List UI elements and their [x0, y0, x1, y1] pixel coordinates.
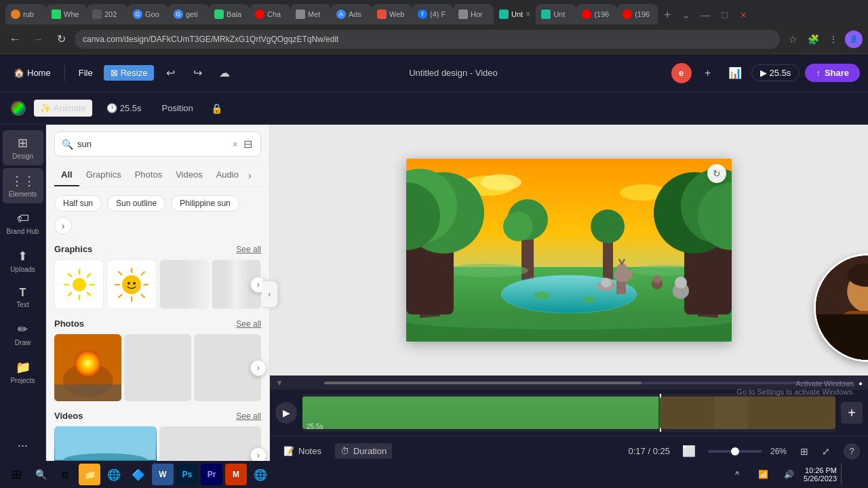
timer-secondary-button[interactable]: 🕐 25.5s: [100, 100, 148, 117]
help-button[interactable]: ?: [844, 443, 860, 460]
sidebar-item-draw[interactable]: ✏ Draw: [3, 317, 43, 352]
sidebar-item-projects[interactable]: 📁 Projects: [3, 354, 43, 390]
timeline-collapse-button[interactable]: ▼: [275, 378, 283, 388]
graphics-see-all-button[interactable]: See all: [236, 245, 261, 254]
search-taskbar-button[interactable]: 🔍: [30, 464, 52, 485]
add-clip-button[interactable]: +: [841, 402, 863, 424]
notification-area[interactable]: ^: [726, 464, 748, 485]
canvas-refresh-button[interactable]: ↻: [707, 164, 726, 183]
redo-button[interactable]: ↪: [186, 62, 208, 84]
tab-more-button[interactable]: ›: [245, 164, 254, 186]
panel-collapse-button[interactable]: ‹: [262, 281, 278, 308]
show-desktop-button[interactable]: [841, 464, 863, 485]
videos-see-all-button[interactable]: See all: [236, 411, 261, 421]
undo-button[interactable]: ↩: [159, 62, 181, 84]
tab-rub[interactable]: rub: [5, 4, 46, 24]
photo-item-sun[interactable]: [54, 334, 121, 401]
search-input[interactable]: [77, 139, 229, 149]
tab-all[interactable]: All: [54, 164, 79, 186]
timeline-scroll-track[interactable]: [324, 382, 853, 384]
duration-button[interactable]: ⏱ Duration: [335, 443, 392, 459]
chip-sun-outline[interactable]: Sun outline: [107, 195, 165, 211]
volume-icon[interactable]: 🔊: [778, 464, 800, 485]
tab-whe[interactable]: Whe: [46, 4, 87, 24]
sidebar-item-elements[interactable]: ⋮⋮ Elements: [3, 168, 43, 203]
photoshop-taskbar-button[interactable]: Ps: [176, 464, 198, 485]
sidebar-item-design[interactable]: ⊞ Design: [3, 130, 43, 165]
animate-button[interactable]: ✨ Animate: [34, 100, 92, 117]
lock-button[interactable]: 🔒: [208, 99, 226, 118]
video-item-placeholder[interactable]: [159, 426, 262, 464]
tab-ads[interactable]: A Ads: [331, 4, 372, 24]
search-clear-button[interactable]: ×: [233, 139, 238, 150]
user-profile-button[interactable]: e: [671, 63, 692, 83]
timer-button[interactable]: ▶ 25.5s: [751, 64, 800, 81]
tab-graphics[interactable]: Graphics: [79, 164, 128, 186]
network-icon[interactable]: 📶: [752, 464, 774, 485]
tab-overflow-button[interactable]: ⌄: [677, 5, 696, 24]
tab-cha[interactable]: Cha: [250, 4, 290, 24]
tab-unt2[interactable]: Unt: [536, 4, 576, 24]
sidebar-item-brand-hub[interactable]: 🏷 Brand Hub: [3, 206, 43, 241]
tab-web[interactable]: Web: [372, 4, 412, 24]
search-filter-button[interactable]: ⊟: [242, 136, 254, 152]
tab-audio[interactable]: Audio: [210, 164, 245, 186]
position-button[interactable]: Position: [156, 100, 199, 117]
save-cloud-button[interactable]: ☁: [214, 62, 235, 84]
zoom-slider[interactable]: [708, 450, 762, 453]
photos-grid-next-button[interactable]: ›: [250, 360, 267, 376]
canvas-frame[interactable]: ↻: [406, 159, 732, 342]
tab-hor[interactable]: Hor: [453, 4, 494, 24]
tab-196a[interactable]: (196: [576, 4, 617, 24]
sidebar-item-uploads[interactable]: ⬆ Uploads: [3, 243, 43, 279]
tab-196b[interactable]: (196: [617, 4, 658, 24]
resize-button[interactable]: ⊠ Resize: [104, 65, 155, 81]
maximize-button[interactable]: □: [715, 5, 734, 24]
file-explorer-button[interactable]: 📁: [79, 464, 100, 485]
chip-half-sun[interactable]: Half sun: [54, 195, 102, 211]
add-button[interactable]: +: [697, 62, 719, 84]
tab-bala[interactable]: Bala: [209, 4, 250, 24]
file-button[interactable]: File: [73, 65, 98, 81]
task-view-button[interactable]: ⧉: [54, 464, 76, 485]
reload-button[interactable]: ↻: [52, 30, 71, 49]
minimize-button[interactable]: —: [696, 5, 715, 24]
tab-goo[interactable]: G Goo: [127, 4, 168, 24]
chips-more-button[interactable]: ›: [54, 217, 72, 235]
analytics-button[interactable]: 📊: [724, 62, 746, 84]
chrome-taskbar-button[interactable]: 🌐: [103, 464, 125, 485]
extension-button[interactable]: 🧩: [804, 30, 822, 48]
browser-profile[interactable]: 👤: [845, 30, 863, 48]
close-button[interactable]: ×: [734, 5, 753, 24]
edge2-taskbar-button[interactable]: 🌐: [250, 464, 271, 485]
edge-taskbar-button[interactable]: 🔷: [127, 464, 149, 485]
play-button[interactable]: ▶: [275, 402, 297, 424]
misc-taskbar-button[interactable]: M: [225, 464, 247, 485]
share-button[interactable]: ↑ Share: [805, 64, 860, 82]
chip-philippine-sun[interactable]: Philippine sun: [171, 195, 239, 211]
timeline-clip-main[interactable]: [302, 396, 660, 429]
sidebar-item-text[interactable]: T Text: [3, 281, 43, 314]
forward-button[interactable]: →: [28, 30, 47, 49]
fullscreen-button[interactable]: ⤢: [816, 442, 835, 461]
photo-item-placeholder-1[interactable]: [124, 334, 191, 401]
notes-button[interactable]: 📝 Notes: [278, 443, 327, 459]
tab-202[interactable]: 202: [87, 4, 127, 24]
tab-fb[interactable]: f (4) F: [412, 4, 453, 24]
tab-videos[interactable]: Videos: [169, 164, 210, 186]
new-tab-button[interactable]: +: [658, 5, 677, 24]
graphic-item-cute-sun[interactable]: [106, 260, 156, 309]
video-item-ocean[interactable]: [54, 426, 157, 464]
graphic-item-placeholder-1[interactable]: [159, 260, 209, 309]
tab-unt-active[interactable]: Unt ×: [494, 4, 536, 24]
star-button[interactable]: ☆: [784, 30, 802, 48]
grid-view-button[interactable]: ⊞: [795, 442, 814, 461]
photos-see-all-button[interactable]: See all: [236, 319, 261, 329]
tab-met[interactable]: Met: [290, 4, 331, 24]
screen-size-button[interactable]: ⬜: [678, 441, 700, 462]
more-tools-button[interactable]: ⋮: [825, 30, 842, 48]
tab-photos[interactable]: Photos: [128, 164, 169, 186]
sidebar-item-more[interactable]: ···: [3, 433, 43, 458]
color-swatch[interactable]: [11, 101, 26, 116]
premiere-taskbar-button[interactable]: Pr: [201, 464, 222, 485]
